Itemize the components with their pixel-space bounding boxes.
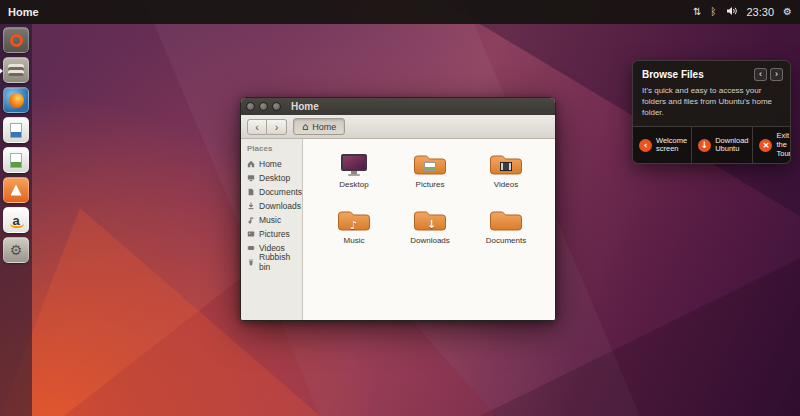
tour-footer: ‹ Welcome screen ↓ Download Ubuntu × Exi… <box>633 126 790 163</box>
sidebar-item-downloads[interactable]: Downloads <box>247 199 302 213</box>
maximize-window-icon[interactable] <box>272 102 281 111</box>
folder-grid: Desktop Pictures Videos <box>303 139 555 320</box>
folder-label: Documents <box>486 236 526 245</box>
sidebar-item-music[interactable]: Music <box>247 213 302 227</box>
dash-home-button[interactable] <box>3 27 29 53</box>
folder-music[interactable]: Music <box>319 207 389 263</box>
sidebar-item-pictures[interactable]: Pictures <box>247 227 302 241</box>
folder-label: Music <box>344 236 365 245</box>
sidebar-item-desktop[interactable]: Desktop <box>247 171 302 185</box>
bluetooth-icon[interactable]: ᛒ <box>711 7 717 17</box>
sidebar-item-home[interactable]: Home <box>247 157 302 171</box>
window-titlebar[interactable]: Home <box>241 98 555 115</box>
folder-desktop[interactable]: Desktop <box>319 151 389 207</box>
welcome-screen-button[interactable]: ‹ Welcome screen <box>633 127 691 163</box>
folder-label: Downloads <box>410 236 450 245</box>
minimize-window-icon[interactable] <box>259 102 268 111</box>
files-icon <box>8 64 24 76</box>
launcher-item-firefox[interactable] <box>3 87 29 113</box>
folder-label: Pictures <box>416 180 445 189</box>
launcher-item-system-settings[interactable]: ⚙ <box>3 237 29 263</box>
sidebar-item-rubbish-bin[interactable]: Rubbish bin <box>247 255 302 269</box>
tour-prev-button[interactable]: ‹ <box>754 68 767 81</box>
pictures-folder-icon <box>413 151 447 178</box>
forward-button[interactable]: › <box>267 119 287 135</box>
active-app-indicator <box>0 67 3 75</box>
tour-popup: Browse Files ‹ › It's quick and easy to … <box>632 60 791 164</box>
sidebar-item-label: Desktop <box>259 173 290 183</box>
downloads-folder-icon <box>413 207 447 234</box>
download-arrow-emblem-icon <box>427 214 436 232</box>
session-gear-icon[interactable]: ⚙ <box>783 7 792 17</box>
videos-icon <box>247 244 255 252</box>
desktop-wallpaper: Home ⇅ ᛒ 23:30 ⚙ <box>0 0 800 416</box>
sidebar-item-label: Documents <box>259 187 302 197</box>
top-panel: Home ⇅ ᛒ 23:30 ⚙ <box>0 0 800 24</box>
sidebar-item-label: Downloads <box>259 201 301 211</box>
tour-header: Browse Files ‹ › <box>633 61 790 83</box>
launcher-item-files[interactable] <box>3 57 29 83</box>
breadcrumb-label: Home <box>312 122 336 132</box>
close-circle-icon: × <box>759 139 772 152</box>
sidebar-item-label: Home <box>259 159 282 169</box>
back-button[interactable]: ‹ <box>247 119 267 135</box>
volume-icon[interactable] <box>726 6 738 18</box>
folder-videos[interactable]: Videos <box>471 151 541 207</box>
firefox-icon <box>9 93 24 108</box>
trash-icon <box>247 258 255 266</box>
breadcrumb[interactable]: ⌂ Home <box>293 118 345 135</box>
folder-pictures[interactable]: Pictures <box>395 151 465 207</box>
amazon-smile-icon <box>10 223 24 228</box>
writer-icon <box>10 123 22 138</box>
tour-nav: ‹ › <box>754 68 783 81</box>
launcher-item-amazon[interactable]: a <box>3 207 29 233</box>
window-body: Places Home Desktop Documents Downloads <box>241 139 555 320</box>
sidebar-item-label: Music <box>259 215 281 225</box>
places-sidebar: Places Home Desktop Documents Downloads <box>241 139 303 320</box>
download-circle-icon: ↓ <box>698 139 711 152</box>
film-emblem-icon <box>500 162 512 171</box>
tour-title: Browse Files <box>642 69 754 80</box>
back-circle-icon: ‹ <box>639 139 652 152</box>
places-header: Places <box>247 144 302 153</box>
network-sync-icon[interactable]: ⇅ <box>693 7 701 17</box>
music-folder-icon <box>337 207 371 234</box>
clock[interactable]: 23:30 <box>747 6 775 18</box>
window-toolbar: ‹ › ⌂ Home <box>241 115 555 139</box>
ubuntu-dash-icon <box>10 34 23 47</box>
documents-folder-icon <box>489 207 523 234</box>
folder-label: Desktop <box>339 180 368 189</box>
launcher-item-libreoffice-calc[interactable] <box>3 147 29 173</box>
exit-tour-button[interactable]: × Exit the Tour <box>752 127 791 163</box>
calc-icon <box>10 153 22 168</box>
indicator-area: ⇅ ᛒ 23:30 ⚙ <box>693 6 792 18</box>
home-icon <box>247 160 255 168</box>
sidebar-item-label: Pictures <box>259 229 290 239</box>
software-center-icon <box>11 185 22 196</box>
nav-button-group: ‹ › <box>247 119 287 135</box>
welcome-screen-label: Welcome screen <box>656 137 687 154</box>
settings-icon: ⚙ <box>10 243 23 257</box>
sidebar-item-documents[interactable]: Documents <box>247 185 302 199</box>
videos-folder-icon <box>489 151 523 178</box>
launcher-item-libreoffice-writer[interactable] <box>3 117 29 143</box>
folder-downloads[interactable]: Downloads <box>395 207 465 263</box>
music-note-emblem-icon <box>350 215 357 233</box>
documents-icon <box>247 188 255 196</box>
exit-tour-label: Exit the Tour <box>776 132 791 158</box>
launcher-item-software-center[interactable] <box>3 177 29 203</box>
appmenu-title[interactable]: Home <box>8 6 39 18</box>
tour-body-text: It's quick and easy to access your folde… <box>633 83 790 126</box>
downloads-icon <box>247 202 255 210</box>
file-manager-window: Home ‹ › ⌂ Home Places Home Desktop <box>240 97 556 321</box>
close-window-icon[interactable] <box>246 102 255 111</box>
desktop-icon <box>247 174 255 182</box>
tour-next-button[interactable]: › <box>770 68 783 81</box>
photo-emblem-icon <box>424 162 436 171</box>
music-icon <box>247 216 255 224</box>
download-ubuntu-button[interactable]: ↓ Download Ubuntu <box>691 127 752 163</box>
unity-launcher: a ⚙ <box>0 24 32 416</box>
folder-documents[interactable]: Documents <box>471 207 541 263</box>
desktop-folder-icon <box>337 151 371 178</box>
folder-label: Videos <box>494 180 518 189</box>
